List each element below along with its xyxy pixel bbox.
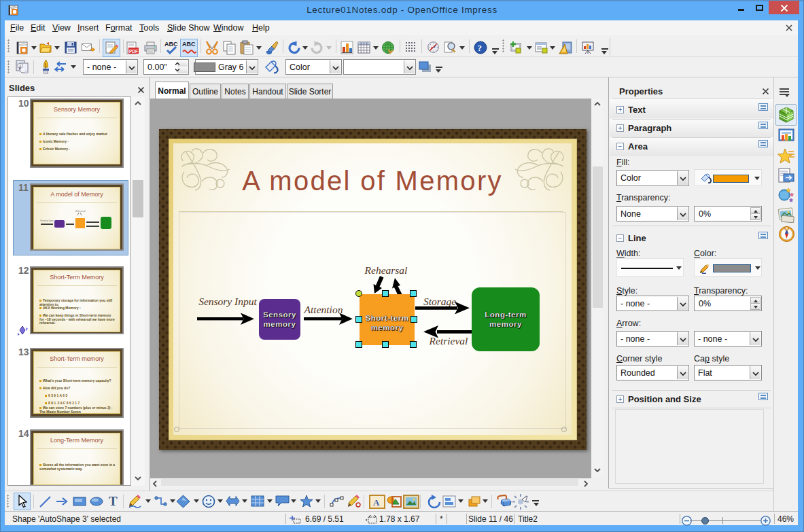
svg-text:N: N [786,227,788,230]
svg-text:Rehearsal: Rehearsal [75,210,86,213]
svg-text:A: A [373,497,380,508]
svg-text:ABC: ABC [164,41,178,48]
svg-text:Sensory Input: Sensory Input [40,219,54,222]
svg-text:PDF: PDF [129,49,138,54]
svg-text:ABC: ABC [182,41,196,48]
svg-text:?: ? [478,43,483,53]
